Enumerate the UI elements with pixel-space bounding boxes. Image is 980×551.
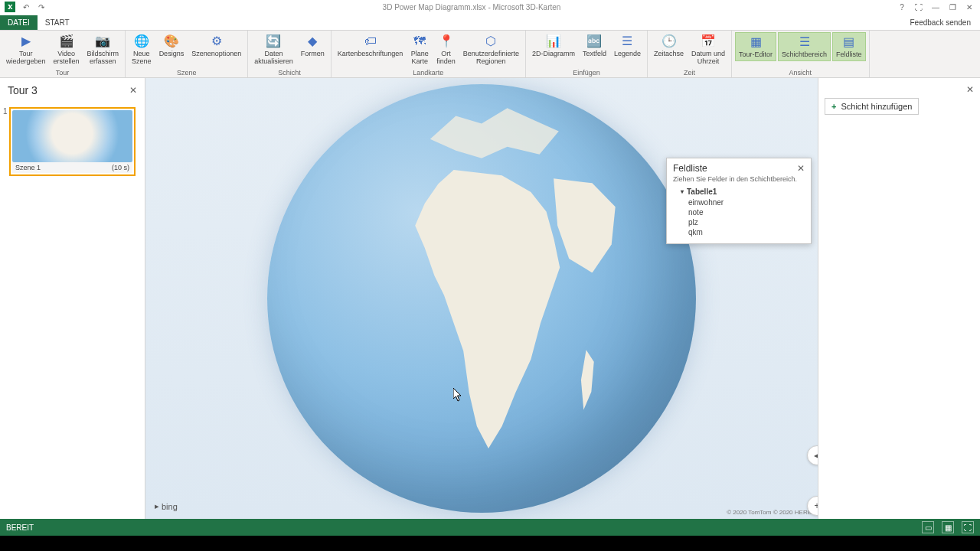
shapes-icon: ◆ — [305, 34, 320, 49]
madagascar-landmass — [576, 350, 602, 409]
ribbon-tabs: DATEI START Feedback senden — [0, 14, 980, 31]
schichtbereich-button[interactable]: ☰Schichtbereich — [778, 32, 831, 61]
scene-preview — [12, 110, 132, 162]
status-view2-icon[interactable]: ▦ — [942, 521, 954, 533]
tour-wiedergeben-button[interactable]: ▶Tour wiedergeben — [3, 32, 49, 67]
video-icon: 🎬 — [59, 34, 74, 49]
cursor-icon — [453, 388, 462, 402]
group-ansicht-label: Ansicht — [735, 68, 866, 77]
benutzerdefinierte-regionen-button[interactable]: ⬡Benutzerdefinierte Regionen — [460, 32, 522, 67]
datum-uhrzeit-button[interactable]: 📅Datum und Uhrzeit — [688, 32, 728, 67]
layer-panel: ✕ + Schicht hinzufügen — [818, 78, 980, 519]
designs-button[interactable]: 🎨Designs — [156, 32, 188, 60]
group-schicht-label: Schicht — [251, 68, 328, 77]
scene-thumbnail[interactable]: 1 Szene 1 (10 s) — [9, 107, 136, 176]
feedback-link[interactable]: Feedback senden — [910, 18, 971, 30]
close-button[interactable]: ✕ — [965, 2, 974, 11]
tour-panel-close[interactable]: ✕ — [129, 85, 137, 96]
feldliste-button[interactable]: ▤Feldliste — [832, 32, 866, 61]
status-bar: BEREIT ▭ ▦ ⛶ — [0, 519, 980, 536]
daten-aktualisieren-button[interactable]: 🔄Daten aktualisieren — [251, 32, 296, 67]
group-szene-label: Szene — [129, 68, 244, 77]
group-zeit-label: Zeit — [651, 68, 728, 77]
tour-editor-button[interactable]: ▦Tour-Editor — [735, 32, 776, 61]
minimize-button[interactable]: — — [931, 2, 940, 11]
group-landkarte-label: Landkarte — [335, 68, 522, 77]
main-area: Tour 3 ✕ 1 Szene 1 (10 s) ▸bing © 2020 T… — [0, 78, 980, 519]
layer-panel-close[interactable]: ✕ — [966, 84, 974, 95]
play-icon: ▶ — [18, 34, 34, 49]
camera-icon: 📷 — [95, 34, 110, 49]
tab-start[interactable]: START — [38, 15, 77, 30]
undo-icon[interactable]: ↶ — [21, 2, 31, 11]
kartenbeschriftungen-button[interactable]: 🏷Kartenbeschriftungen — [335, 32, 407, 60]
field-list-title: Feldliste — [673, 163, 707, 174]
label-icon: 🏷 — [363, 34, 378, 49]
layers-icon: ☰ — [797, 34, 812, 50]
textbox-icon: 🔤 — [586, 34, 602, 49]
field-item[interactable]: einwohner — [681, 197, 805, 207]
zeitachse-button[interactable]: 🕒Zeitachse — [651, 32, 687, 60]
add-layer-button[interactable]: + Schicht hinzufügen — [825, 98, 919, 115]
field-item[interactable]: note — [681, 207, 805, 217]
add-layer-label: Schicht hinzufügen — [841, 102, 912, 111]
editor-icon: ▦ — [748, 34, 763, 50]
status-ready: BEREIT — [6, 523, 34, 532]
map-canvas[interactable]: ▸bing © 2020 TomTom © 2020 HERE ▲ ◀ ▶ ▼ … — [145, 78, 818, 519]
redo-icon[interactable]: ↷ — [37, 2, 46, 11]
plane-karte-button[interactable]: 🗺Plane Karte — [407, 32, 432, 67]
tab-file[interactable]: DATEI — [0, 15, 38, 30]
field-list-popup: Feldliste ✕ Ziehen Sie Felder in den Sch… — [666, 158, 812, 244]
status-view3-icon[interactable]: ⛶ — [962, 521, 974, 533]
region-icon: ⬡ — [483, 34, 498, 49]
field-item[interactable]: plz — [681, 217, 805, 227]
europe-landmass — [430, 93, 559, 170]
fullscreen-icon[interactable]: ⛶ — [914, 2, 923, 11]
map-copyright: © 2020 TomTom © 2020 HERE — [727, 509, 812, 516]
tour-title: Tour 3 — [8, 84, 38, 96]
legend-icon: ☰ — [619, 34, 635, 49]
neue-szene-button[interactable]: 🌐Neue Szene — [129, 32, 155, 67]
restore-button[interactable]: ❐ — [948, 2, 957, 11]
gear-icon: ⚙ — [209, 34, 224, 49]
tour-panel: Tour 3 ✕ 1 Szene 1 (10 s) — [0, 78, 145, 519]
new-scene-icon: 🌐 — [134, 34, 149, 49]
ort-finden-button[interactable]: 📍Ort finden — [433, 32, 459, 67]
status-view1-icon[interactable]: ▭ — [922, 521, 934, 533]
excel-icon — [5, 2, 15, 12]
video-erstellen-button[interactable]: 🎬Video erstellen — [51, 32, 83, 67]
pin-icon: 📍 — [439, 34, 454, 49]
bing-attribution: ▸bing — [155, 501, 178, 511]
refresh-icon: 🔄 — [266, 34, 281, 49]
designs-icon: 🎨 — [164, 34, 179, 49]
nav-left-button[interactable]: ◀ — [807, 445, 818, 465]
title-bar: ↶ ↷ 3D Power Map Diagramm.xlsx - Microso… — [0, 0, 980, 14]
field-list-hint: Ziehen Sie Felder in den Schichtbereich. — [667, 174, 811, 187]
field-item[interactable]: qkm — [681, 227, 805, 237]
scene-duration: (10 s) — [112, 164, 129, 171]
bildschirm-erfassen-button[interactable]: 📷Bildschirm erfassen — [84, 32, 122, 67]
flat-map-icon: 🗺 — [412, 34, 427, 49]
collapse-arrow-icon: ▾ — [681, 188, 684, 195]
formen-button[interactable]: ◆Formen — [298, 32, 328, 60]
scene-number: 1 — [3, 107, 8, 116]
taskbar — [0, 536, 980, 551]
szenenoptionen-button[interactable]: ⚙Szenenoptionen — [188, 32, 244, 60]
table-name-row[interactable]: ▾Tabelle1 — [681, 187, 805, 196]
plus-icon: + — [831, 102, 836, 111]
help-icon[interactable]: ? — [897, 2, 906, 11]
calendar-icon: 📅 — [701, 34, 716, 49]
chart-icon: 📊 — [546, 34, 561, 49]
2d-diagramm-button[interactable]: 📊2D-Diagramm — [529, 32, 578, 60]
field-list-close[interactable]: ✕ — [797, 163, 805, 174]
bing-icon: ▸ — [155, 501, 159, 511]
globe[interactable] — [267, 84, 696, 513]
scene-name: Szene 1 — [15, 164, 41, 171]
legende-button[interactable]: ☰Legende — [611, 32, 644, 60]
timeline-icon: 🕒 — [662, 34, 677, 49]
group-tour-label: Tour — [3, 68, 122, 77]
group-einfuegen-label: Einfügen — [529, 68, 644, 77]
textfeld-button[interactable]: 🔤Textfeld — [580, 32, 609, 60]
ribbon: ▶Tour wiedergeben 🎬Video erstellen 📷Bild… — [0, 31, 980, 78]
list-icon: ▤ — [841, 34, 857, 50]
